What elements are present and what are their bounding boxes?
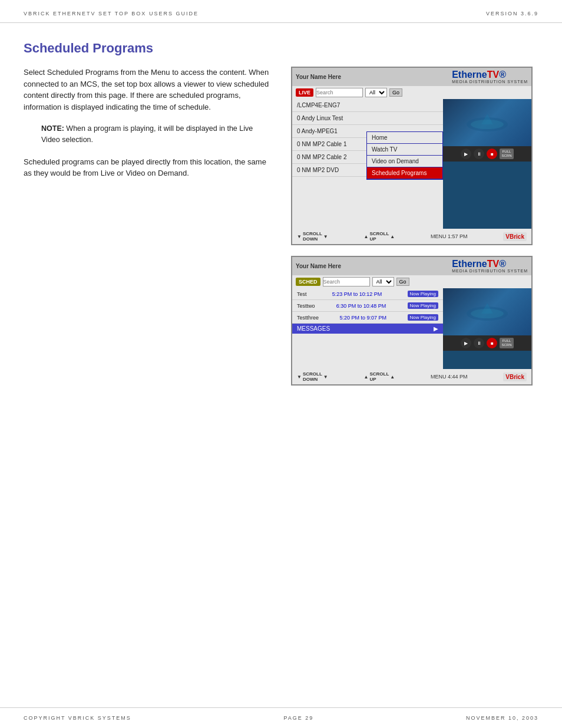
scroll-down-2[interactable]: ▼ SCROLLDOWN ▼ <box>297 371 328 382</box>
note-label: NOTE: <box>41 124 64 133</box>
tv-video-bg-1 <box>443 99 531 146</box>
tv-screen-1: Your Name Here EtherneTV® MEDIA DISTRIBU… <box>291 67 533 245</box>
search-input-2[interactable] <box>323 277 370 286</box>
two-col-layout: Select Scheduled Programs from the Menu … <box>24 67 538 386</box>
menu-time-2: MENU 4:44 PM <box>431 374 468 380</box>
tv-screen2-footer: ▼ SCROLLDOWN ▼ ▲ SCROLLUP ▲ MENU 4:44 PM… <box>292 369 531 384</box>
svg-point-5 <box>471 309 504 318</box>
arrow-up-icon-2: ▲ <box>364 374 369 380</box>
scroll-down-label-1: SCROLLDOWN <box>303 231 322 242</box>
header-right: VERSION 3.6.9 <box>486 11 538 17</box>
stop-button-1[interactable]: ■ <box>487 149 497 159</box>
scroll-up-1[interactable]: ▲ SCROLLUP ▲ <box>364 231 395 242</box>
shark-image-2 <box>461 297 514 327</box>
list-item: /LCMP4E-ENG7 <box>292 99 443 112</box>
messages-arrow-icon: ▶ <box>434 325 438 332</box>
header-left: VBRICK ETHERNETV SET TOP BOX USERS GUIDE <box>24 11 199 17</box>
arrow-up-icon-1b: ▲ <box>390 234 395 239</box>
go-button-2[interactable]: Go <box>396 278 409 286</box>
arrow-down-icon-1: ▼ <box>297 234 302 239</box>
menu-time-1: MENU 1:57 PM <box>431 233 468 239</box>
tv-screen-2: Your Name Here EtherneTV® MEDIA DISTRIBU… <box>291 256 533 386</box>
sched-time-1: 5:23 PM to 10:12 PM <box>332 291 382 297</box>
ethernetv-logo-1: EtherneTV® <box>452 70 528 80</box>
live-badge: LIVE <box>296 88 313 97</box>
scroll-up-label-1: SCROLLUP <box>369 231 389 242</box>
footer-left: COPYRIGHT VBRICK SYSTEMS <box>24 715 131 721</box>
sched-time-2: 6:30 PM to 10:48 PM <box>336 303 386 309</box>
dropdown-item-watchtv[interactable]: Watch TV <box>367 144 442 156</box>
page-footer: COPYRIGHT VBRICK SYSTEMS PAGE 29 NOVEMBE… <box>0 707 562 728</box>
tv-screen1-header: Your Name Here EtherneTV® MEDIA DISTRIBU… <box>292 68 531 86</box>
main-content: Scheduled Programs Select Scheduled Prog… <box>0 23 562 421</box>
ethernetv-sub-2: MEDIA DISTRIBUTION SYSTEM <box>452 269 528 273</box>
shark-image-1 <box>461 108 514 137</box>
tv-screen1-search: LIVE All Go <box>292 86 531 99</box>
now-playing-3: Now Playing <box>408 314 438 321</box>
note-content: When a program is playing, it will be di… <box>41 124 253 144</box>
footer-right: NOVEMBER 10, 2003 <box>466 715 538 721</box>
tv-screen2-video: ▶ ⏸ ■ FULLSCRN <box>443 288 531 369</box>
ethernetv-sub-1: MEDIA DISTRIBUTION SYSTEM <box>452 80 528 84</box>
tv-screen1-footer: ▼ SCROLLDOWN ▼ ▲ SCROLLUP ▲ MENU 1:57 PM… <box>292 229 531 244</box>
tv-screen1-body: /LCMP4E-ENG7 0 Andy Linux Test 0 Andy-MP… <box>292 99 531 229</box>
note-box: NOTE: When a program is playing, it will… <box>24 123 273 146</box>
sched-time-3: 5:20 PM to 9:07 PM <box>340 315 387 321</box>
dropdown-item-home[interactable]: Home <box>367 132 442 144</box>
play-button-2[interactable]: ▶ <box>461 338 471 348</box>
sched-item-1: Test 5:23 PM to 10:12 PM Now Playing <box>292 288 443 300</box>
tv-video-bg-2 <box>443 288 531 335</box>
tv-screen1-video: ▶ ⏸ ■ FULLSCRN <box>443 99 531 229</box>
note-text: NOTE: When a program is playing, it will… <box>41 123 273 146</box>
arrow-down-icon-2b: ▼ <box>323 374 328 380</box>
go-button-1[interactable]: Go <box>389 88 402 97</box>
sched-item-2: Testtwo 6:30 PM to 10:48 PM Now Playing <box>292 300 443 312</box>
svg-point-2 <box>471 120 504 129</box>
dropdown-item-scheduled[interactable]: Scheduled Programs <box>367 167 442 179</box>
search-dropdown-2[interactable]: All <box>372 277 394 286</box>
fullscreen-button-1[interactable]: FULLSCRN <box>500 149 513 159</box>
play-button-1[interactable]: ▶ <box>461 149 471 159</box>
messages-label: MESSAGES <box>297 325 330 332</box>
sched-name-1: Test <box>297 291 307 297</box>
sched-badge: SCHED <box>296 278 320 286</box>
footer-center: PAGE 29 <box>283 715 313 721</box>
empty-rows <box>292 334 443 369</box>
search-input-1[interactable] <box>316 88 363 97</box>
tv-screen2-logo-block: EtherneTV® MEDIA DISTRIBUTION SYSTEM <box>452 259 528 273</box>
sched-name-2: Testtwo <box>297 303 315 309</box>
scroll-up-2[interactable]: ▲ SCROLLUP ▲ <box>364 371 395 382</box>
scroll-down-label-2: SCROLLDOWN <box>303 371 322 382</box>
ethernetv-logo-2: EtherneTV® <box>452 259 528 269</box>
para2: Scheduled programs can be played directl… <box>24 156 273 179</box>
arrow-down-icon-2: ▼ <box>297 374 302 380</box>
list-item: 0 Andy Linux Test <box>292 112 443 125</box>
vbrick-logo-2: VBrick <box>503 373 527 381</box>
tv-screen2-search: SCHED All Go <box>292 275 531 288</box>
tv-dropdown-menu: Home Watch TV Video on Demand Scheduled … <box>366 131 443 180</box>
tv-screen1-logo-block: EtherneTV® MEDIA DISTRIBUTION SYSTEM <box>452 70 528 84</box>
fullscreen-button-2[interactable]: FULLSCRN <box>500 338 513 348</box>
section-title: Scheduled Programs <box>24 41 538 56</box>
arrow-up-icon-2b: ▲ <box>390 374 395 380</box>
arrow-down-icon-1b: ▼ <box>323 234 328 239</box>
dropdown-item-vod[interactable]: Video on Demand <box>367 156 442 167</box>
tv-screen2-list: Test 5:23 PM to 10:12 PM Now Playing Tes… <box>292 288 443 369</box>
page-header: VBRICK ETHERNETV SET TOP BOX USERS GUIDE… <box>0 0 562 23</box>
vbrick-logo-1: VBrick <box>503 232 527 241</box>
scroll-down-1[interactable]: ▼ SCROLLDOWN ▼ <box>297 231 328 242</box>
tv-screen1-username: Your Name Here <box>296 74 341 80</box>
tv-screen2-header: Your Name Here EtherneTV® MEDIA DISTRIBU… <box>292 257 531 275</box>
now-playing-2: Now Playing <box>408 302 438 309</box>
search-dropdown-1[interactable]: All <box>365 88 387 97</box>
left-column: Select Scheduled Programs from the Menu … <box>24 67 273 386</box>
pause-button-2[interactable]: ⏸ <box>474 338 484 348</box>
stop-button-2[interactable]: ■ <box>487 338 497 348</box>
sched-item-3: Testthree 5:20 PM to 9:07 PM Now Playing <box>292 312 443 324</box>
tv-screen2-body: Test 5:23 PM to 10:12 PM Now Playing Tes… <box>292 288 531 369</box>
scroll-up-label-2: SCROLLUP <box>369 371 389 382</box>
para1: Select Scheduled Programs from the Menu … <box>24 67 273 113</box>
tv-controls-1: ▶ ⏸ ■ FULLSCRN <box>443 146 531 162</box>
now-playing-1: Now Playing <box>408 291 438 297</box>
pause-button-1[interactable]: ⏸ <box>474 149 484 159</box>
